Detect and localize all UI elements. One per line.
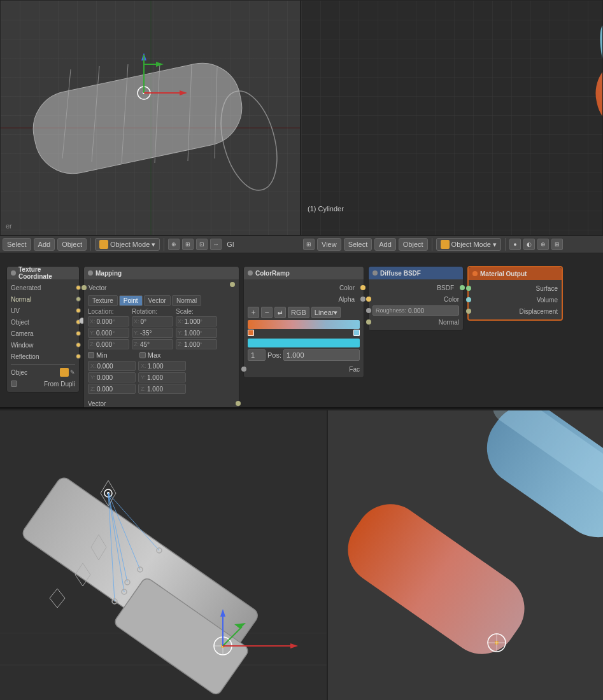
bottom-right-viewport[interactable]	[328, 410, 603, 700]
select-btn-left[interactable]: Select	[3, 238, 31, 251]
cr-index-field[interactable]: 1	[248, 349, 266, 361]
toolbars-container: Select Add Object Object Mode ▾ ⊕ ⊞ ⊡ ↔ …	[0, 235, 603, 253]
loc-x-label: X:	[90, 318, 96, 325]
mapping-z-row: Z: 0.000 ° Z: 45° Z: 1.000 °	[88, 339, 235, 349]
bottom-left-viewport[interactable]	[0, 410, 328, 700]
view-icon-3[interactable]: ⊡	[196, 239, 208, 250]
colorramp-gradient[interactable]	[248, 320, 360, 329]
viewport-right[interactable]: (1) Cylinder	[301, 0, 603, 235]
max-y-field[interactable]: Y: 1.000	[138, 372, 186, 382]
rt-icon-1[interactable]: ⊞	[303, 239, 315, 250]
object-btn-left[interactable]: Object	[57, 238, 87, 251]
add-btn-left[interactable]: Add	[34, 238, 55, 251]
cr-rgb-btn[interactable]: RGB	[288, 307, 309, 318]
fac-in-socket[interactable]	[241, 367, 246, 372]
diffuse-bsdf-node[interactable]: Diffuse BSDF BSDF Color	[368, 266, 464, 331]
min-z-field[interactable]: Z: 0.000	[88, 384, 136, 394]
rot-x-val: 0°	[141, 318, 147, 325]
volume-in-socket[interactable]	[466, 297, 471, 302]
max-z-field[interactable]: Z: 1.000	[138, 384, 186, 394]
tex-normal-row: Normal	[11, 293, 75, 305]
colorramp-node[interactable]: ColorRamp Color Alpha + −	[243, 266, 364, 378]
tex-window-socket[interactable]	[76, 342, 81, 347]
cr-interp-select[interactable]: Linear ▾	[311, 307, 341, 318]
add-btn-right[interactable]: Add	[374, 238, 396, 251]
view-icon-2[interactable]: ⊞	[182, 239, 194, 250]
scale-y-field[interactable]: Y: 1.000 °	[176, 328, 217, 338]
mat-out-header: Material Output	[469, 267, 562, 280]
min-x-val: 0.000	[97, 363, 113, 370]
alpha-out-socket[interactable]	[360, 297, 365, 302]
rot-y-val: -35°	[140, 330, 152, 337]
max-x-field[interactable]: X: 1.000	[138, 361, 186, 371]
mapping-node[interactable]: Mapping Vector Text	[83, 266, 239, 407]
mapping-out-socket[interactable]	[236, 401, 241, 406]
tab-point[interactable]: Point	[119, 295, 143, 306]
stop-right[interactable]	[353, 330, 360, 336]
mode-select-left[interactable]: Object Mode ▾	[95, 238, 160, 251]
bsdf-out-socket[interactable]	[460, 285, 465, 290]
scale-z-field[interactable]: Z: 1.000 °	[176, 339, 217, 349]
tex-generated-socket[interactable]	[76, 285, 81, 290]
mode-chevron-left: ▾	[152, 241, 155, 249]
max-checkbox[interactable]	[139, 352, 146, 358]
displacement-in-socket[interactable]	[466, 309, 471, 314]
rot-z-field[interactable]: Z: 45°	[132, 339, 173, 349]
rot-x-field[interactable]: X: 0°	[132, 316, 173, 326]
cr-pos-field[interactable]: 1.000	[283, 349, 360, 361]
colorramp-stops	[248, 330, 360, 337]
tex-uv-socket[interactable]	[76, 308, 81, 313]
loc-x-field[interactable]: X: 0.000 °	[88, 316, 129, 326]
diffuse-color: Color	[372, 293, 459, 305]
roughness-field[interactable]: Roughness: 0.000	[372, 305, 459, 316]
tex-normal-socket[interactable]	[76, 297, 81, 302]
loc-y-field[interactable]: Y: 0.000 °	[88, 328, 129, 338]
miny-lbl: Y:	[90, 374, 96, 381]
object-btn-right[interactable]: Object	[399, 238, 428, 251]
mapping-vector-in-socket[interactable]	[82, 285, 87, 290]
diffuse-normal-socket[interactable]	[366, 319, 371, 325]
tex-edit-icon[interactable]: ✎	[70, 369, 75, 375]
mode-select-right[interactable]: Object Mode ▾	[436, 238, 501, 251]
tex-camera-socket[interactable]	[76, 331, 81, 336]
min-x-field[interactable]: X: 0.000	[88, 361, 136, 371]
cr-flip-btn[interactable]: ⇄	[274, 307, 286, 318]
tex-reflection-socket[interactable]	[76, 354, 81, 359]
rt-icon-3[interactable]: ◐	[523, 239, 535, 250]
select-btn-right[interactable]: Select	[344, 238, 372, 251]
min-vals: X: 0.000 Y: 0.000 Z: 0.000	[88, 361, 136, 394]
colorramp-bottom-bar[interactable]	[248, 339, 360, 347]
tex-object-input: Objec ✎	[11, 367, 75, 378]
cr-remove-btn[interactable]: −	[261, 307, 273, 318]
color-out-socket[interactable]	[360, 285, 365, 290]
cr-add-btn[interactable]: +	[248, 307, 259, 318]
surface-in-socket[interactable]	[466, 286, 471, 291]
rt-icon-4[interactable]: ⊕	[537, 239, 549, 250]
rt-icon-5[interactable]: ⊞	[551, 239, 563, 250]
tab-texture[interactable]: Texture	[88, 295, 118, 306]
viewport-left[interactable]: er	[0, 0, 301, 235]
material-output-node[interactable]: Material Output Surface Volume	[467, 266, 563, 321]
tab-normal[interactable]: Normal	[172, 295, 201, 306]
view-icon-1[interactable]: ⊕	[168, 239, 180, 250]
stop-left[interactable]	[248, 330, 254, 336]
tex-generated-label: Generated	[11, 284, 41, 291]
texture-coordinate-node[interactable]: Texture Coordinate Generated Normal UV	[6, 266, 80, 393]
scale-x-field[interactable]: X: 1.000 °	[176, 316, 217, 326]
tex-dupli-checkbox[interactable]	[11, 381, 17, 387]
loc-z-field[interactable]: Z: 0.000 °	[88, 339, 129, 349]
view-btn-right[interactable]: View	[317, 238, 341, 251]
min-checkbox[interactable]	[88, 352, 94, 358]
diffuse-color-in-socket[interactable]	[366, 297, 371, 302]
mapping-vector-out-socket[interactable]	[230, 282, 235, 287]
min-y-field[interactable]: Y: 0.000	[88, 372, 136, 382]
rt-icon-2[interactable]: ●	[509, 239, 521, 250]
view-icon-4[interactable]: ↔	[210, 239, 222, 250]
mapping-vector-out-label: Vector	[88, 400, 106, 407]
tex-object-icon	[60, 368, 69, 377]
tex-object-input-label: Objec	[11, 369, 27, 376]
max-label: Max	[148, 351, 161, 359]
diffuse-roughness-socket[interactable]	[366, 308, 371, 313]
rot-y-field[interactable]: Y: -35°	[132, 328, 173, 338]
tab-vector[interactable]: Vector	[144, 295, 171, 306]
